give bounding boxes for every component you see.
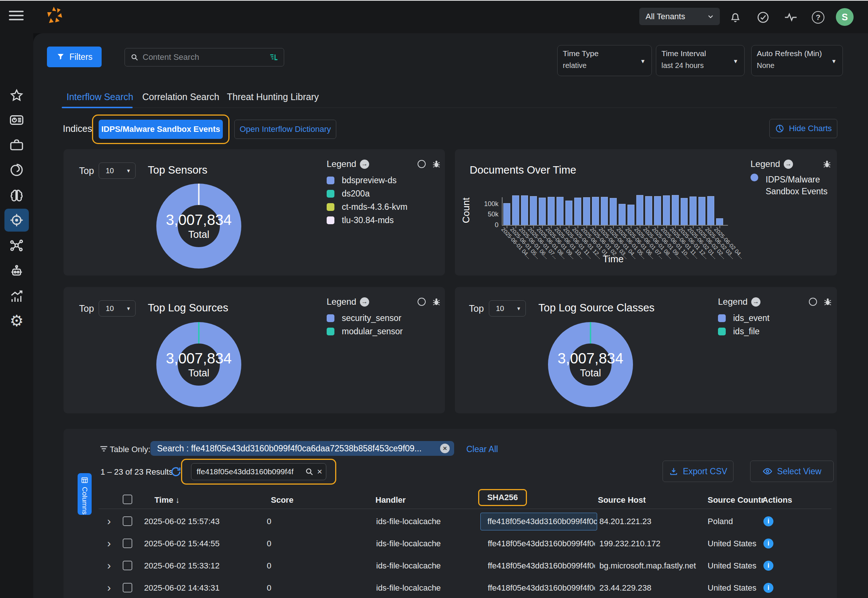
clear-all-link[interactable]: Clear All — [466, 444, 498, 454]
index-idps-malware-button[interactable]: IDPS/Malware Sandbox Events — [99, 120, 223, 139]
sidebar-item-dashboard[interactable] — [4, 109, 29, 132]
legend-circle-icon[interactable] — [809, 298, 817, 306]
legend-item[interactable]: tlu-30.84-mds — [327, 214, 441, 227]
content-search-input[interactable] — [143, 52, 265, 62]
legend-circle-icon[interactable] — [418, 298, 426, 306]
sidebar-item-briefcase[interactable] — [4, 134, 29, 157]
row-checkbox[interactable] — [123, 583, 132, 592]
legend-item[interactable]: bdspreview-ds — [327, 173, 441, 187]
tab-interflow-search[interactable]: Interflow Search — [66, 91, 133, 102]
bar — [530, 196, 537, 225]
dropdown-arrow-icon: ▼ — [640, 58, 645, 64]
legend-item[interactable]: ids_file — [718, 325, 832, 338]
x-axis-label: Time — [603, 253, 624, 265]
legend-label: bdspreview-ds — [342, 175, 397, 185]
legend-item[interactable]: ids_event — [718, 311, 832, 325]
row-checkbox[interactable] — [123, 561, 132, 570]
legend-item[interactable]: ct-mds-4.3.6-kvm — [327, 200, 441, 214]
system-health-pulse-icon[interactable] — [783, 10, 798, 25]
tenant-selector[interactable]: All Tenants — [639, 8, 720, 25]
sidebar-item-robot[interactable] — [4, 260, 29, 283]
bar — [503, 203, 510, 225]
sidebar-item-star[interactable] — [4, 84, 29, 107]
column-header-score[interactable]: Score — [271, 495, 293, 505]
tab-correlation-search[interactable]: Correlation Search — [142, 91, 219, 102]
column-header-sha256-highlighted[interactable]: SHA256 — [478, 489, 527, 506]
top-log-sources-donut: 3,007,834 Total — [156, 322, 241, 407]
legend-expand-icon[interactable]: → — [360, 298, 369, 306]
debug-bug-icon[interactable] — [823, 297, 832, 306]
legend-expand-icon[interactable]: → — [784, 160, 793, 169]
row-expand-chevron-icon[interactable]: › — [107, 582, 111, 593]
tab-threat-hunting-library[interactable]: Threat Hunting Library — [227, 91, 319, 102]
search-icon[interactable] — [304, 467, 314, 477]
dropdown-arrow-icon: ▼ — [733, 58, 738, 64]
time-interval-dropdown[interactable]: Time Interval last 24 hours ▼ — [656, 45, 745, 76]
chip-close-icon[interactable]: × — [440, 444, 450, 453]
top-n-select[interactable]: 10▼ — [99, 163, 136, 179]
row-info-icon[interactable]: i — [763, 538, 774, 549]
debug-bug-icon[interactable] — [432, 159, 441, 169]
sidebar-item-brain[interactable] — [4, 184, 29, 207]
debug-bug-icon[interactable] — [432, 297, 441, 306]
row-info-icon[interactable]: i — [763, 561, 774, 571]
sidebar-item-target-active[interactable] — [4, 209, 29, 232]
debug-bug-icon[interactable] — [822, 159, 832, 169]
refresh-icon[interactable] — [170, 466, 182, 478]
notifications-bell-icon[interactable] — [728, 10, 743, 25]
open-interflow-dictionary-button[interactable]: Open Interflow Dictionary — [234, 120, 336, 139]
top-log-source-classes-donut: 3,007,834 Total — [548, 322, 633, 407]
clear-search-icon[interactable]: × — [317, 466, 322, 477]
top-n-select[interactable]: 10▼ — [489, 300, 526, 317]
legend-item[interactable]: security_sensor — [327, 311, 441, 325]
column-header-source-country[interactable]: Source Countr — [708, 495, 764, 505]
auto-refresh-dropdown[interactable]: Auto Refresh (Min) None ▼ — [751, 45, 843, 76]
documents-over-time-chart-panel: Documents Over Time Legend → IDPS/Malwar… — [455, 149, 837, 275]
columns-button[interactable]: Columns — [78, 473, 92, 515]
row-checkbox[interactable] — [123, 538, 132, 548]
bar — [663, 195, 670, 225]
select-all-checkbox[interactable] — [123, 495, 132, 504]
query-language-icon[interactable] — [269, 52, 278, 62]
bar — [521, 195, 528, 225]
column-header-handler[interactable]: Handler — [376, 495, 406, 505]
row-expand-chevron-icon[interactable]: › — [107, 516, 111, 527]
legend-expand-icon[interactable]: → — [751, 298, 760, 306]
sidebar-item-analytics[interactable] — [4, 285, 29, 308]
cell-sha256[interactable]: ffe418f05e43dd3160b099f4f0ca6daa72538b85… — [488, 539, 595, 549]
legend-circle-icon[interactable] — [418, 160, 426, 168]
cell-sha256-selected[interactable]: ffe418f05e43dd3160b099f4f0ca6daa72538b85… — [480, 513, 597, 531]
sidebar-item-network[interactable] — [4, 234, 29, 257]
tasks-check-icon[interactable] — [756, 10, 771, 25]
column-header-time[interactable]: Time ↓ — [154, 495, 180, 505]
tenant-selector-value: All Tenants — [645, 12, 685, 21]
app-logo[interactable] — [43, 5, 66, 28]
cell-sha256[interactable]: ffe418f05e43dd3160b099f4f0ca6daa72538b85… — [488, 561, 595, 571]
legend-item[interactable]: IDPS/Malware Sandbox Events — [750, 173, 832, 197]
row-expand-chevron-icon[interactable]: › — [107, 538, 111, 549]
legend-expand-icon[interactable]: → — [360, 160, 369, 169]
table-search-input[interactable] — [197, 467, 302, 476]
column-header-source-host[interactable]: Source Host — [598, 495, 646, 505]
export-csv-button[interactable]: Export CSV — [663, 460, 733, 482]
cell-sha256[interactable]: ffe418f05e43dd3160b099f4f0ca6daa72538b85… — [488, 583, 595, 593]
row-info-icon[interactable]: i — [763, 516, 774, 526]
time-type-dropdown[interactable]: Time Type relative ▼ — [557, 45, 652, 76]
legend-label: security_sensor — [342, 313, 401, 323]
legend-item[interactable]: ds200a — [327, 187, 441, 200]
user-avatar[interactable]: S — [836, 8, 854, 26]
row-expand-chevron-icon[interactable]: › — [107, 560, 111, 571]
row-checkbox[interactable] — [123, 516, 132, 526]
hamburger-menu-icon[interactable] — [9, 11, 24, 22]
sidebar-item-spiral[interactable] — [4, 158, 29, 181]
filters-button[interactable]: Filters — [47, 46, 102, 67]
select-view-button[interactable]: Select View — [750, 460, 834, 482]
legend-item[interactable]: modular_sensor — [327, 325, 441, 338]
help-icon[interactable]: ? — [811, 10, 826, 25]
hide-charts-button[interactable]: Hide Charts — [769, 119, 837, 138]
results-count: 1 – 23 of 23 Results — [100, 467, 173, 477]
sidebar-item-settings[interactable]: ⚙ — [4, 309, 29, 332]
top-n-select[interactable]: 10▼ — [99, 300, 136, 317]
search-filter-chip[interactable]: Search : ffe418f05e43dd3160b099f4f0ca6da… — [150, 441, 454, 456]
row-info-icon[interactable]: i — [763, 583, 774, 593]
